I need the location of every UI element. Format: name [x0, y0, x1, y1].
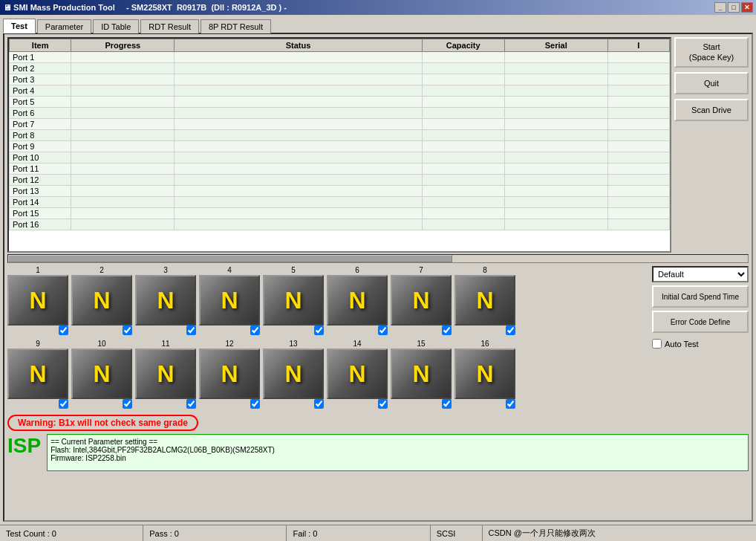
profile-dropdown[interactable]: Default	[652, 266, 749, 282]
drive-item-10: 10 N	[71, 340, 132, 410]
cell-id	[607, 152, 669, 163]
drive-num-11: 11	[161, 340, 169, 348]
maximize-button[interactable]: □	[728, 2, 740, 13]
cell-id	[607, 186, 669, 197]
start-button[interactable]: Start(Space Key)	[674, 37, 749, 68]
cell-capacity	[422, 141, 504, 152]
drive-num-5: 5	[291, 266, 296, 274]
scan-drive-button[interactable]: Scan Drive	[674, 99, 749, 121]
table-row: Port 3	[10, 74, 670, 85]
cell-id	[607, 63, 669, 74]
cell-serial	[504, 175, 607, 186]
col-id: I	[607, 39, 669, 52]
drive-icon-6[interactable]: N	[327, 275, 388, 325]
drive-icon-8[interactable]: N	[454, 275, 515, 325]
table-row: Port 14	[10, 197, 670, 208]
drive-icon-11[interactable]: N	[135, 349, 196, 399]
auto-test-checkbox[interactable]	[652, 339, 662, 349]
drive-checkbox-6[interactable]	[378, 325, 388, 335]
drive-checkbox-11[interactable]	[186, 399, 196, 409]
cell-item: Port 12	[10, 175, 71, 186]
tab-parameter[interactable]: Parameter	[37, 19, 91, 33]
drive-icon-10[interactable]: N	[71, 349, 132, 399]
drive-checkbox-7[interactable]	[442, 325, 452, 335]
drive-icon-1[interactable]: N	[7, 275, 68, 325]
drive-checkbox-12[interactable]	[250, 399, 260, 409]
fail-status: Fail : 0	[287, 525, 430, 541]
cell-item: Port 11	[10, 163, 71, 175]
cell-capacity	[422, 108, 504, 119]
isp-label: ISP	[7, 434, 41, 458]
drive-icon-14[interactable]: N	[327, 349, 388, 399]
table-row: Port 7	[10, 119, 670, 130]
cell-item: Port 6	[10, 108, 71, 119]
drive-item-14: 14 N	[327, 340, 388, 410]
drive-checkbox-4[interactable]	[250, 325, 260, 335]
drive-num-2: 2	[100, 266, 104, 274]
cell-item: Port 15	[10, 208, 71, 219]
drive-letter-15: N	[412, 360, 429, 388]
close-button[interactable]: ✕	[741, 2, 753, 13]
drive-checkbox-9[interactable]	[59, 399, 68, 409]
col-progress: Progress	[71, 39, 175, 52]
cell-progress	[71, 63, 175, 74]
drive-checkbox-1[interactable]	[59, 325, 68, 335]
drive-checkbox-16[interactable]	[506, 399, 515, 409]
param-box: == Current Parameter setting == Flash: I…	[47, 434, 749, 471]
cell-progress	[71, 152, 175, 163]
port-table[interactable]: Item Progress Status Capacity Serial I P…	[7, 37, 671, 253]
drive-checkbox-2[interactable]	[123, 325, 132, 335]
cell-serial	[504, 197, 607, 208]
cell-capacity	[422, 85, 504, 97]
drive-letter-9: N	[29, 360, 46, 388]
drive-icon-4[interactable]: N	[199, 275, 260, 325]
drive-icon-9[interactable]: N	[7, 349, 68, 399]
cell-status	[175, 163, 422, 175]
drive-letter-2: N	[93, 287, 110, 314]
tab-rdtresult[interactable]: RDT Result	[140, 19, 199, 33]
initial-card-button[interactable]: Initial Card Spend Time	[652, 285, 749, 308]
cell-status	[175, 197, 422, 208]
cell-progress	[71, 163, 175, 175]
drive-num-3: 3	[163, 266, 168, 274]
drive-icon-5[interactable]: N	[263, 275, 324, 325]
action-buttons: Start(Space Key) Quit Scan Drive	[674, 37, 749, 253]
cell-item: Port 4	[10, 85, 71, 97]
drive-checkbox-3[interactable]	[186, 325, 196, 335]
cell-capacity	[422, 175, 504, 186]
tab-test[interactable]: Test	[3, 19, 36, 33]
drive-checkbox-8[interactable]	[506, 325, 515, 335]
tab-idtable[interactable]: ID Table	[93, 19, 139, 33]
cell-serial	[504, 219, 607, 230]
drive-checkbox-15[interactable]	[442, 399, 452, 409]
quit-button[interactable]: Quit	[674, 72, 749, 94]
cell-serial	[504, 152, 607, 163]
drive-checkbox-10[interactable]	[123, 399, 132, 409]
tab-8prdtresult[interactable]: 8P RDT Result	[201, 19, 271, 33]
drive-icon-15[interactable]: N	[391, 349, 452, 399]
drive-icon-12[interactable]: N	[199, 349, 260, 399]
drive-letter-12: N	[221, 360, 238, 388]
drive-icon-2[interactable]: N	[71, 275, 132, 325]
drive-checkbox-14[interactable]	[378, 399, 388, 409]
cell-item: Port 1	[10, 52, 71, 63]
error-code-button[interactable]: Error Code Define	[652, 311, 749, 333]
cell-status	[175, 52, 422, 63]
drive-icon-13[interactable]: N	[263, 349, 324, 399]
drive-num-10: 10	[97, 340, 105, 348]
cell-item: Port 16	[10, 219, 71, 230]
drive-num-13: 13	[289, 340, 297, 348]
model-label: - SM2258XT	[126, 3, 172, 12]
cell-item: Port 2	[10, 63, 71, 74]
drive-icon-7[interactable]: N	[391, 275, 452, 325]
drive-item-6: 6 N	[327, 266, 388, 337]
drive-icon-16[interactable]: N	[454, 349, 515, 399]
horizontal-scrollbar[interactable]	[7, 254, 749, 263]
drive-icon-3[interactable]: N	[135, 275, 196, 325]
drive-checkbox-13[interactable]	[314, 399, 324, 409]
param-firmware: Firmware: ISP2258.bin	[50, 454, 745, 462]
minimize-button[interactable]: _	[714, 2, 726, 13]
cell-capacity	[422, 52, 504, 63]
drive-checkbox-5[interactable]	[314, 325, 324, 335]
isp-section: ISP == Current Parameter setting == Flas…	[7, 434, 749, 471]
